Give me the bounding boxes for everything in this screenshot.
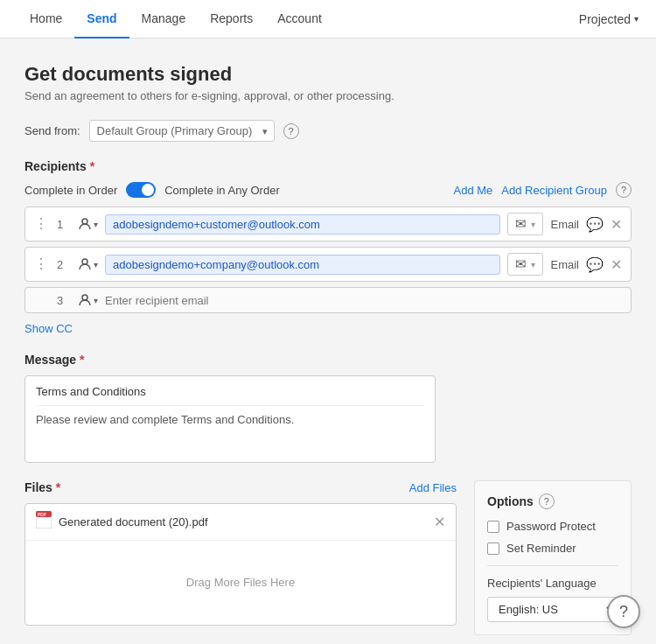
email-type-btn-1[interactable]: ✉ ▾ xyxy=(507,213,543,235)
set-reminder-checkbox[interactable] xyxy=(487,542,499,555)
file-remove-1[interactable]: ✕ xyxy=(434,514,445,530)
add-files-button[interactable]: Add Files xyxy=(409,481,457,494)
file-item-1: PDF Generated document (20).pdf ✕ xyxy=(25,504,456,541)
message-section: Message * Terms and Conditions Please re… xyxy=(24,353,632,463)
svg-point-0 xyxy=(82,219,87,224)
signer-icon-3[interactable]: ▾ xyxy=(78,293,98,307)
drag-handle-2[interactable]: ⋮ xyxy=(34,257,48,271)
nav-item-manage[interactable]: Manage xyxy=(129,0,199,38)
recipients-language-label: Recipients' Language xyxy=(487,577,618,590)
show-cc-link[interactable]: Show CC xyxy=(24,322,73,335)
complete-order-label: Complete in Order xyxy=(24,184,117,197)
file-name-1: Generated document (20).pdf xyxy=(59,515,427,528)
comment-icon-2[interactable]: 💬 xyxy=(586,256,604,273)
password-protect-checkbox[interactable] xyxy=(487,521,499,533)
message-body: Please review and complete Terms and Con… xyxy=(36,413,424,426)
recipient-email-input-3[interactable] xyxy=(105,294,622,307)
language-select[interactable]: English: US French German Spanish Japane… xyxy=(487,597,618,622)
files-options-row: Files * Add Files PDF Generated document… xyxy=(24,480,632,635)
recipients-actions: Add Me Add Recipient Group ? xyxy=(454,182,632,198)
recipient-num-3: 3 xyxy=(57,294,71,307)
recipients-section-label: Recipients * xyxy=(24,159,632,173)
recipient-email-2[interactable]: adobesigndemo+company@outlook.com xyxy=(105,255,500,275)
email-type-chevron-2: ▾ xyxy=(531,260,535,270)
send-from-select-wrapper: Default Group (Primary Group) xyxy=(89,120,275,142)
files-header: Files * Add Files xyxy=(24,480,457,494)
send-from-select[interactable]: Default Group (Primary Group) xyxy=(89,120,275,142)
complete-order-toggle[interactable] xyxy=(126,182,156,198)
message-subject: Terms and Conditions xyxy=(36,385,424,406)
remove-recipient-1[interactable]: ✕ xyxy=(611,216,622,233)
nav-bar: Home Send Manage Reports Account Project… xyxy=(0,0,656,38)
page-subtitle: Send an agreement to others for e-signin… xyxy=(24,89,632,102)
recipients-help-icon[interactable]: ? xyxy=(616,182,632,198)
pdf-icon: PDF xyxy=(36,511,52,533)
files-section-label: Files * xyxy=(24,480,60,494)
complete-any-label: Complete in Any Order xyxy=(164,184,280,197)
nav-item-reports[interactable]: Reports xyxy=(198,0,265,38)
drag-more-files: Drag More Files Here xyxy=(25,541,456,624)
set-reminder-label: Set Reminder xyxy=(506,542,576,555)
email-type-btn-2[interactable]: ✉ ▾ xyxy=(507,253,543,276)
add-me-button[interactable]: Add Me xyxy=(454,184,493,197)
recipient-num-1: 1 xyxy=(57,218,71,231)
send-from-label: Send from: xyxy=(24,124,80,137)
projected-chevron-icon: ▾ xyxy=(634,14,639,24)
send-from-help-icon[interactable]: ? xyxy=(283,123,299,139)
nav-item-send[interactable]: Send xyxy=(74,0,129,38)
recipient-row-3: ⋮ 3 ▾ xyxy=(24,287,632,313)
remove-recipient-2[interactable]: ✕ xyxy=(611,256,622,273)
signer-icon-1[interactable]: ▾ xyxy=(78,217,98,231)
nav-item-home[interactable]: Home xyxy=(17,0,74,38)
send-from-row: Send from: Default Group (Primary Group)… xyxy=(24,120,632,142)
projected-menu[interactable]: Projected ▾ xyxy=(579,12,639,26)
comment-icon-1[interactable]: 💬 xyxy=(586,216,604,233)
recipient-num-2: 2 xyxy=(57,258,71,271)
email-type-chevron-1: ▾ xyxy=(531,220,535,229)
drag-handle-1[interactable]: ⋮ xyxy=(34,217,48,231)
message-section-label: Message * xyxy=(24,353,632,367)
files-section: Files * Add Files PDF Generated document… xyxy=(24,480,457,635)
options-title: Options xyxy=(487,494,534,508)
recipient-row-2: ⋮ 2 ▾ adobesigndemo+company@outlook.com … xyxy=(24,247,632,282)
message-input-area[interactable]: Terms and Conditions Please review and c… xyxy=(24,375,436,463)
svg-point-1 xyxy=(82,259,87,264)
recipients-header: Complete in Order Complete in Any Order … xyxy=(24,182,632,198)
svg-text:PDF: PDF xyxy=(38,512,46,517)
main-content: Get documents signed Send an agreement t… xyxy=(0,38,656,644)
add-recipient-group-button[interactable]: Add Recipient Group xyxy=(501,184,607,197)
page-title: Get documents signed xyxy=(24,63,632,86)
nav-item-account[interactable]: Account xyxy=(265,0,334,38)
password-protect-label: Password Protect xyxy=(506,520,596,533)
options-divider xyxy=(487,565,618,566)
envelope-icon-1: ✉ xyxy=(515,216,527,232)
email-label-2: Email xyxy=(550,258,579,271)
options-help-icon[interactable]: ? xyxy=(539,494,555,509)
recipient-row-1: ⋮ 1 ▾ adobesigndemo+customer@outlook.com… xyxy=(24,206,632,242)
email-label-1: Email xyxy=(550,218,579,231)
signer-icon-2[interactable]: ▾ xyxy=(78,257,98,271)
help-circle-button[interactable]: ? xyxy=(607,595,640,628)
recipient-email-1[interactable]: adobesigndemo+customer@outlook.com xyxy=(105,214,500,234)
svg-point-2 xyxy=(82,295,87,300)
password-protect-option: Password Protect xyxy=(487,520,618,533)
envelope-icon-2: ✉ xyxy=(515,256,527,272)
files-container: PDF Generated document (20).pdf ✕ Drag M… xyxy=(24,503,457,626)
options-title-row: Options ? xyxy=(487,494,618,509)
set-reminder-option: Set Reminder xyxy=(487,542,618,555)
